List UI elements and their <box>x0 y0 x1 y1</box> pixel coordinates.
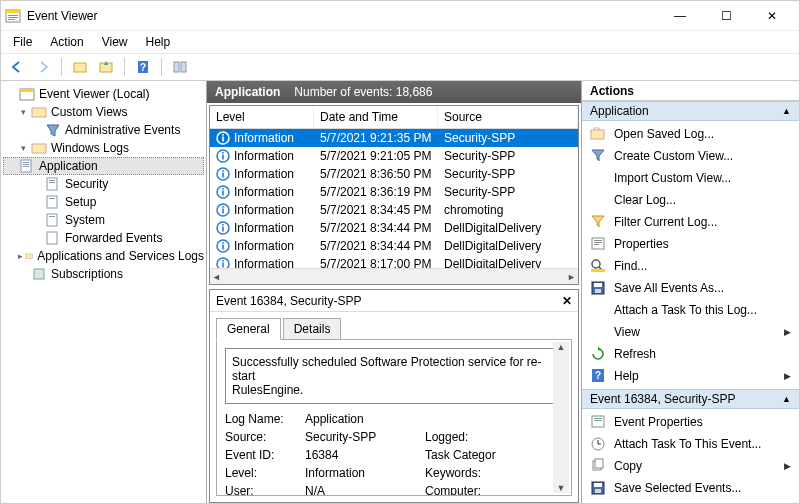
event-row[interactable]: Information5/7/2021 9:21:35 PMSecurity-S… <box>210 129 578 147</box>
svg-rect-26 <box>47 232 57 244</box>
help-button[interactable]: ? <box>131 56 155 78</box>
svg-rect-54 <box>592 238 604 249</box>
action-item[interactable]: Properties <box>582 233 799 255</box>
detail-close-button[interactable]: ✕ <box>562 294 572 308</box>
action-item[interactable]: Copy▶ <box>582 455 799 477</box>
event-row[interactable]: Information5/7/2021 8:36:19 PMSecurity-S… <box>210 183 578 201</box>
menu-view[interactable]: View <box>94 33 136 51</box>
svg-rect-30 <box>222 137 224 142</box>
event-row[interactable]: Information5/7/2021 8:17:00 PMDellDigita… <box>210 255 578 268</box>
svg-rect-39 <box>222 191 224 196</box>
menu-file[interactable]: File <box>5 33 40 51</box>
tree-panel: Event Viewer (Local) ▾Custom Views Admin… <box>1 81 207 504</box>
event-row[interactable]: Information5/7/2021 9:21:05 PMSecurity-S… <box>210 147 578 165</box>
open-icon <box>590 126 606 142</box>
actions-panel: Actions Application▲ Open Saved Log...Cr… <box>581 81 799 504</box>
tab-details[interactable]: Details <box>283 318 342 340</box>
action-item[interactable]: ?Help▶ <box>582 365 799 387</box>
action-item[interactable]: Refresh <box>582 343 799 365</box>
menu-help[interactable]: Help <box>138 33 179 51</box>
svg-rect-75 <box>594 483 602 487</box>
svg-rect-28 <box>34 269 44 279</box>
close-button[interactable]: ✕ <box>749 1 795 31</box>
tree-admin-events[interactable]: Administrative Events <box>3 121 204 139</box>
tree-root[interactable]: Event Viewer (Local) <box>3 85 204 103</box>
svg-rect-1 <box>6 10 20 13</box>
action-item[interactable]: Filter Current Log... <box>582 211 799 233</box>
submenu-arrow-icon: ▶ <box>784 461 791 471</box>
grid-body[interactable]: Information5/7/2021 9:21:35 PMSecurity-S… <box>210 129 578 268</box>
tree-custom-views[interactable]: ▾Custom Views <box>3 103 204 121</box>
blank-icon <box>590 192 606 208</box>
svg-rect-9 <box>174 62 179 72</box>
svg-rect-56 <box>594 242 602 243</box>
tree-subscriptions[interactable]: Subscriptions <box>3 265 204 283</box>
info-icon <box>216 257 230 268</box>
toolbar-btn-3[interactable] <box>168 56 192 78</box>
action-item[interactable]: Find... <box>582 255 799 277</box>
toolbar: ? <box>1 53 799 81</box>
tree-application[interactable]: Application <box>3 157 204 175</box>
action-item[interactable]: Attach a Task To this Log... <box>582 299 799 321</box>
action-item[interactable]: Attach Task To This Event... <box>582 433 799 455</box>
svg-rect-27 <box>26 254 33 259</box>
tree-apps-services[interactable]: ▸Applications and Services Logs <box>3 247 204 265</box>
tree-security[interactable]: Security <box>3 175 204 193</box>
find-icon <box>590 258 606 274</box>
event-row[interactable]: Information5/7/2021 8:34:45 PMchromoting <box>210 201 578 219</box>
action-item[interactable]: Open Saved Log... <box>582 123 799 145</box>
col-date[interactable]: Date and Time <box>314 106 438 128</box>
svg-rect-12 <box>20 89 34 92</box>
action-item[interactable]: Save All Events As... <box>582 277 799 299</box>
actions-group-application[interactable]: Application▲ <box>582 101 799 121</box>
action-item[interactable]: Save Selected Events... <box>582 477 799 499</box>
back-button[interactable] <box>5 56 29 78</box>
horizontal-scrollbar[interactable]: ◄► <box>210 268 578 284</box>
info-icon <box>216 185 230 199</box>
svg-text:?: ? <box>140 62 146 73</box>
svg-rect-60 <box>591 269 605 272</box>
svg-rect-48 <box>222 245 224 250</box>
event-row[interactable]: Information5/7/2021 8:36:50 PMSecurity-S… <box>210 165 578 183</box>
submenu-arrow-icon: ▶ <box>784 327 791 337</box>
svg-rect-73 <box>595 459 603 468</box>
toolbar-btn-1[interactable] <box>68 56 92 78</box>
action-item[interactable]: View▶ <box>582 321 799 343</box>
event-row[interactable]: Information5/7/2021 8:34:44 PMDellDigita… <box>210 219 578 237</box>
collapse-icon: ▲ <box>782 106 791 116</box>
detail-scrollbar[interactable]: ▲▼ <box>553 342 569 493</box>
action-item[interactable]: Create Custom View... <box>582 145 799 167</box>
tree-windows-logs[interactable]: ▾Windows Logs <box>3 139 204 157</box>
svg-rect-52 <box>222 260 224 262</box>
svg-rect-76 <box>595 489 601 493</box>
maximize-button[interactable]: ☐ <box>703 1 749 31</box>
toolbar-btn-2[interactable] <box>94 56 118 78</box>
tree-setup[interactable]: Setup <box>3 193 204 211</box>
tree-system[interactable]: System <box>3 211 204 229</box>
tree-forwarded[interactable]: Forwarded Events <box>3 229 204 247</box>
svg-rect-19 <box>47 178 57 190</box>
actions-group-event[interactable]: Event 16384, Security-SPP▲ <box>582 389 799 409</box>
filter2-icon <box>590 214 606 230</box>
action-item[interactable]: Clear Log... <box>582 189 799 211</box>
tab-general[interactable]: General <box>216 318 281 340</box>
action-item[interactable]: Import Custom View... <box>582 167 799 189</box>
col-source[interactable]: Source <box>438 106 578 128</box>
svg-rect-5 <box>74 63 86 72</box>
svg-rect-16 <box>23 162 29 163</box>
forward-button[interactable] <box>31 56 55 78</box>
svg-rect-55 <box>594 240 602 241</box>
event-row[interactable]: Information5/7/2021 8:34:44 PMDellDigita… <box>210 237 578 255</box>
svg-rect-21 <box>49 182 55 183</box>
window-title: Event Viewer <box>27 9 657 23</box>
svg-rect-46 <box>222 224 224 226</box>
menu-action[interactable]: Action <box>42 33 91 51</box>
minimize-button[interactable]: — <box>657 1 703 31</box>
col-level[interactable]: Level <box>210 106 314 128</box>
action-item[interactable]: Event Properties <box>582 411 799 433</box>
grid-count: Number of events: 18,686 <box>294 85 432 99</box>
svg-rect-20 <box>49 180 55 181</box>
svg-rect-37 <box>222 170 224 172</box>
blank-icon <box>590 302 606 318</box>
svg-rect-63 <box>595 289 601 293</box>
